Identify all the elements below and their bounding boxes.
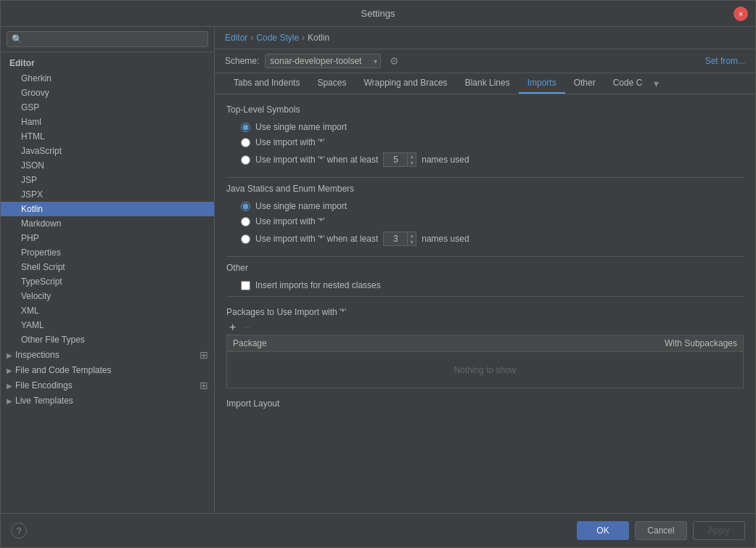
encodings-icon: ⊞ [200,380,208,391]
pkg-toolbar: + − [226,322,744,333]
sidebar-item-live-templates[interactable]: ▶ Live Templates [1,393,214,408]
packages-section: Packages to Use Import with '*' + − Pack… [226,307,744,388]
java-statics-spinner-input[interactable] [384,233,407,245]
top-level-spinner-up[interactable]: ▲ [408,153,416,160]
java-statics-radio-atleast-input[interactable] [241,234,250,244]
sidebar-item-json[interactable]: JSON [1,158,214,173]
sidebar-item-html[interactable]: HTML [1,129,214,144]
sidebar-item-groovy[interactable]: Groovy [1,86,214,100]
tab-spaces[interactable]: Spaces [308,73,355,94]
sidebar-item-gherkin[interactable]: Gherkin [1,71,214,86]
sidebar-item-inspections[interactable]: ▶ Inspections ⊞ [1,347,214,363]
sidebar-content: Editor Gherkin Groovy GSP Haml HTML Java… [1,52,214,513]
ok-button[interactable]: OK [577,521,629,540]
sidebar-item-haml[interactable]: Haml [1,115,214,129]
top-level-spinner-input[interactable] [384,154,407,165]
java-statics-spinner-up[interactable]: ▲ [408,232,416,239]
inspections-icon: ⊞ [200,349,208,361]
pkg-empty-row: Nothing to show [227,352,744,388]
sidebar-item-gsp[interactable]: GSP [1,100,214,115]
packages-table: Package With Subpackages Nothing to show [226,335,744,388]
java-statics-header: Java Statics and Enum Members [226,184,744,194]
titlebar: Settings × [1,1,755,27]
top-level-atleast-label: Use import with '*' when at least [255,155,378,165]
import-layout-header: Import Layout [226,398,744,409]
java-statics-radio-single[interactable]: Use single name import [241,201,744,211]
top-level-radio-star-input[interactable] [241,138,250,147]
top-level-radio-atleast[interactable]: Use import with '*' when at least ▲ ▼ na… [241,152,744,167]
top-level-header: Top-Level Symbols [226,105,744,115]
java-statics-atleast-suffix: names used [422,234,469,244]
inspections-label: Inspections [15,350,59,360]
java-statics-spinner-down[interactable]: ▼ [408,239,416,245]
java-statics-single-label: Use single name import [255,201,347,211]
arrow-icon-2: ▶ [7,367,12,375]
java-statics-radio-star[interactable]: Use import with '*' [241,216,744,226]
file-code-templates-label: File and Code Templates [15,365,112,375]
top-level-radio-single-input[interactable] [241,123,250,132]
dialog-title: Settings [361,8,395,19]
sidebar-editor-label: Editor [1,55,214,71]
file-encodings-label: File Encodings [15,380,73,390]
close-button[interactable]: × [734,7,748,21]
tab-tabs-and-indents[interactable]: Tabs and Indents [225,73,308,94]
breadcrumb-kotlin: Kotlin [308,33,329,43]
scheme-bar: Scheme: sonar-developer-toolset ⚙ Set fr… [215,49,755,73]
java-statics-radio-atleast[interactable]: Use import with '*' when at least ▲ ▼ na… [241,232,744,246]
apply-button[interactable]: Apply [693,521,745,540]
sidebar-item-velocity[interactable]: Velocity [1,289,214,303]
insert-imports-checkbox[interactable] [241,281,250,290]
tab-other[interactable]: Other [565,73,604,94]
pkg-remove-button[interactable]: − [240,322,252,333]
sidebar-item-shellscript[interactable]: Shell Script [1,260,214,274]
insert-imports-label: Insert imports for nested classes [255,280,381,290]
sidebar: Editor Gherkin Groovy GSP Haml HTML Java… [1,27,215,513]
search-box [1,27,214,52]
java-statics-radio-single-input[interactable] [241,202,250,211]
tab-more[interactable]: ▾ [651,73,662,94]
breadcrumb-codestyle[interactable]: Code Style [256,33,299,43]
insert-imports-row[interactable]: Insert imports for nested classes [226,280,744,290]
top-level-radio-star[interactable]: Use import with '*' [241,137,744,147]
top-level-radio-atleast-input[interactable] [241,155,250,165]
tab-blank-lines[interactable]: Blank Lines [456,73,519,94]
sidebar-item-kotlin[interactable]: Kotlin [1,202,214,216]
tab-codec[interactable]: Code C [604,73,652,94]
sidebar-item-typescript[interactable]: TypeScript [1,274,214,289]
sidebar-item-javascript[interactable]: JavaScript [1,144,214,158]
top-level-spinner: ▲ ▼ [383,152,416,167]
tab-wrapping-and-braces[interactable]: Wrapping and Braces [355,73,456,94]
right-content: Editor › Code Style › Kotlin Scheme: son… [215,27,755,513]
java-statics-radio-star-input[interactable] [241,217,250,226]
breadcrumb-editor[interactable]: Editor [225,33,247,43]
sidebar-item-file-encodings[interactable]: ▶ File Encodings ⊞ [1,377,214,393]
search-input[interactable] [7,31,208,47]
settings-dialog: Settings × Editor Gherkin Groovy GSP Ham… [0,0,756,548]
gear-button[interactable]: ⚙ [387,54,402,68]
sidebar-item-otherfiletypes[interactable]: Other File Types [1,332,214,347]
breadcrumb-sep-1: › [250,33,253,43]
sidebar-item-jspx[interactable]: JSPX [1,187,214,202]
pkg-add-button[interactable]: + [226,322,239,333]
top-level-radio-group: Use single name import Use import with '… [226,122,744,167]
pkg-col-subpackages: With Subpackages [649,335,744,352]
pkg-empty-text: Nothing to show [227,352,744,388]
sidebar-item-properties[interactable]: Properties [1,245,214,260]
cancel-button[interactable]: Cancel [635,521,687,540]
java-statics-radio-group: Use single name import Use import with '… [226,201,744,246]
sidebar-item-markdown[interactable]: Markdown [1,216,214,231]
sidebar-item-jsp[interactable]: JSP [1,173,214,187]
tab-imports[interactable]: Imports [519,73,565,94]
scheme-select[interactable]: sonar-developer-toolset [265,54,381,68]
sidebar-item-yaml[interactable]: YAML [1,318,214,332]
help-button[interactable]: ? [11,523,27,539]
import-layout-section: Import Layout [226,398,744,409]
sidebar-item-file-code-templates[interactable]: ▶ File and Code Templates [1,363,214,377]
sidebar-item-php[interactable]: PHP [1,231,214,245]
top-level-spinner-down[interactable]: ▼ [408,160,416,166]
sidebar-item-xml[interactable]: XML [1,303,214,318]
top-level-radio-single[interactable]: Use single name import [241,122,744,132]
pkg-col-package: Package [227,335,649,352]
set-from-link[interactable]: Set from... [705,56,745,66]
arrow-icon: ▶ [7,351,12,359]
